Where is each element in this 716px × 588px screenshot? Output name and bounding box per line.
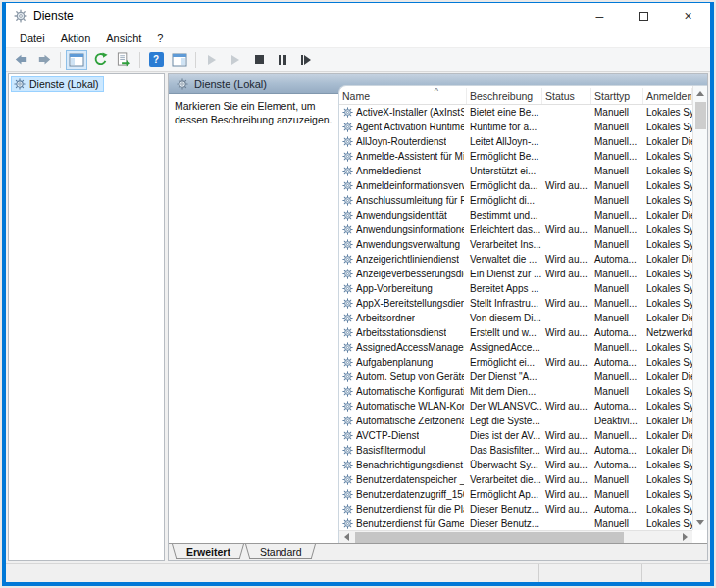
service-logon-as: Lokales System	[643, 224, 692, 235]
refresh-button[interactable]	[89, 50, 111, 70]
table-row[interactable]: App-Vorbereitung Bereitet Apps ... Manue…	[339, 281, 692, 296]
show-console-tree-button[interactable]	[66, 50, 87, 70]
service-description: Mit dem Dien...	[467, 386, 542, 397]
table-row[interactable]: Anzeigerichtliniendienst Verwaltet die .…	[339, 252, 692, 267]
service-name: Anwendungsidentität	[356, 210, 447, 220]
menu-item[interactable]: ?	[149, 30, 171, 46]
pause-service-icon	[279, 55, 286, 65]
view-tab[interactable]: Standard	[245, 544, 317, 559]
table-row[interactable]: Benutzerdienst für GameDV... Dieser Benu…	[339, 516, 692, 530]
minimize-button[interactable]: –	[578, 3, 622, 28]
table-row[interactable]: Benutzerdatenspeicher _156... Verarbeite…	[339, 472, 692, 487]
column-header-status[interactable]: Status	[542, 88, 591, 104]
column-header-name-label: Name	[342, 90, 370, 102]
table-row[interactable]: AllJoyn-Routerdienst Leitet AllJoyn-... …	[339, 134, 692, 149]
table-row[interactable]: Benutzerdienst für die Plattf... Dieser …	[339, 502, 692, 516]
service-description: Leitet AllJoyn-...	[467, 136, 542, 147]
maximize-button[interactable]	[622, 3, 666, 28]
table-row[interactable]: Arbeitsordner Von diesem Di... Manuell L…	[339, 311, 692, 325]
horizontal-scrollbar-thumb[interactable]	[355, 532, 624, 543]
table-row[interactable]: Aufgabenplanung Ermöglicht ei... Wird au…	[339, 355, 692, 369]
table-row[interactable]: Agent Activation Runtime_... Runtime for…	[339, 120, 692, 134]
table-row[interactable]: AssignedAccessManager-Di... AssignedAcce…	[339, 340, 692, 355]
table-row[interactable]: Benachrichtigungsdienst fü... Überwacht …	[339, 458, 692, 472]
table-row[interactable]: Anmeldeinformationsverwa... Ermöglicht d…	[339, 178, 692, 193]
table-row[interactable]: Autom. Setup von Geräten, ... Der Dienst…	[339, 369, 692, 384]
menu-item[interactable]: Ansicht	[98, 30, 149, 46]
table-row[interactable]: Anwendungsinformationen Erleichtert das.…	[339, 222, 692, 237]
service-description: Stellt Infrastru...	[467, 298, 542, 309]
service-name-cell: AllJoyn-Routerdienst	[339, 136, 467, 147]
horizontal-scrollbar[interactable]	[339, 530, 692, 543]
table-row[interactable]: Benutzerdatenzugriff_1569fd Ermöglicht A…	[339, 487, 692, 502]
pane-header-gear-icon	[177, 78, 188, 90]
service-gear-icon	[342, 136, 353, 147]
service-description: Verwaltet die ...	[467, 254, 542, 265]
back-button[interactable]	[10, 50, 31, 70]
service-gear-icon	[342, 386, 353, 397]
console-tree-panel: Dienste (Lokal)	[8, 74, 165, 561]
table-row[interactable]: Arbeitsstationsdienst Erstellt und w... …	[339, 325, 692, 340]
service-status: Wird au...	[542, 298, 591, 309]
service-name-cell: Benutzerdatenzugriff_1569fd	[339, 489, 467, 500]
service-name: Benutzerdatenzugriff_1569fd	[356, 489, 464, 500]
resume-service-button[interactable]	[225, 50, 246, 70]
service-name: Autom. Setup von Geräten, ...	[356, 371, 464, 382]
stop-service-button[interactable]	[248, 50, 270, 70]
forward-button[interactable]	[33, 50, 55, 70]
service-name: AVCTP-Dienst	[356, 430, 419, 441]
scroll-left-button[interactable]	[339, 531, 354, 544]
table-row[interactable]: Anwendungsidentität Bestimmt und... Manu…	[339, 208, 692, 222]
service-gear-icon	[342, 489, 353, 500]
column-header-starttyp[interactable]: Starttyp	[591, 88, 643, 104]
service-name: Basisfiltermodul	[356, 445, 426, 456]
close-button[interactable]: ×	[666, 3, 710, 28]
column-header-anmelden-als[interactable]: Anmelden als	[643, 88, 692, 104]
column-header-name[interactable]: Name ^	[339, 88, 467, 104]
vertical-scrollbar[interactable]	[692, 86, 707, 530]
scroll-up-button[interactable]	[693, 86, 708, 101]
scroll-right-button[interactable]	[678, 531, 692, 544]
export-list-button[interactable]	[113, 50, 134, 70]
table-row[interactable]: Automatische Zeitzonenakt... Legt die Sy…	[339, 414, 692, 428]
table-row[interactable]: Anmeldedienst Unterstützt ei... Manuell …	[339, 164, 692, 178]
service-description: Verarbeitet die...	[467, 474, 542, 485]
service-gear-icon	[342, 445, 353, 456]
table-row[interactable]: ActiveX-Installer (AxInstSV) Bietet eine…	[339, 105, 692, 120]
start-service-button[interactable]	[201, 50, 223, 70]
table-row[interactable]: Anzeigeverbesserungsdienst Ein Dienst zu…	[339, 267, 692, 281]
restart-service-button[interactable]	[295, 50, 317, 70]
service-status: Wird au...	[542, 254, 591, 265]
service-starttype: Manuell	[591, 180, 643, 191]
table-row[interactable]: Automatische Konfiguratio... Mit dem Die…	[339, 384, 692, 399]
service-starttype: Manuell...	[591, 371, 643, 382]
service-logon-as: Lokales System	[643, 180, 692, 191]
show-action-pane-button[interactable]	[169, 50, 190, 70]
pause-service-button[interactable]	[272, 50, 293, 70]
view-tab[interactable]: Erweitert	[172, 544, 245, 559]
table-row[interactable]: AppX-Bereitstellungsdienst ... Stellt In…	[339, 296, 692, 311]
column-header-beschreibung[interactable]: Beschreibung	[467, 88, 542, 104]
service-description: Ein Dienst zur ...	[467, 269, 542, 279]
service-description: Dies ist der AV...	[467, 430, 542, 441]
service-starttype: Automa...	[591, 445, 643, 456]
help-button[interactable]: ?	[145, 50, 167, 70]
service-starttype: Manuell	[591, 474, 643, 485]
table-row[interactable]: Anmelde-Assistent für Micr... Ermöglicht…	[339, 149, 692, 164]
service-logon-as: Lokaler Dienst	[643, 430, 692, 441]
menu-item[interactable]: Datei	[12, 30, 53, 46]
table-row[interactable]: Basisfiltermodul Das Basisfilter... Wird…	[339, 443, 692, 458]
toolbar-separator	[195, 52, 196, 68]
service-name-cell: Benutzerdienst für die Plattf...	[339, 504, 467, 514]
scroll-down-button[interactable]	[693, 515, 708, 530]
menu-item[interactable]: Aktion	[53, 30, 99, 46]
vertical-scrollbar-thumb[interactable]	[695, 102, 706, 129]
menubar: DateiAktionAnsicht?	[6, 28, 710, 48]
table-row[interactable]: AVCTP-Dienst Dies ist der AV... Wird au.…	[339, 428, 692, 443]
tree-item-dienste-lokal[interactable]: Dienste (Lokal)	[11, 76, 104, 92]
tree-item-label: Dienste (Lokal)	[29, 78, 99, 90]
service-name: Arbeitsordner	[356, 313, 415, 323]
table-row[interactable]: Automatische WLAN-Konfi... Der WLANSVC..…	[339, 399, 692, 414]
table-row[interactable]: Anschlussumleitung für Re... Ermöglicht …	[339, 193, 692, 208]
table-row[interactable]: Anwendungsverwaltung Verarbeitet Ins... …	[339, 237, 692, 252]
